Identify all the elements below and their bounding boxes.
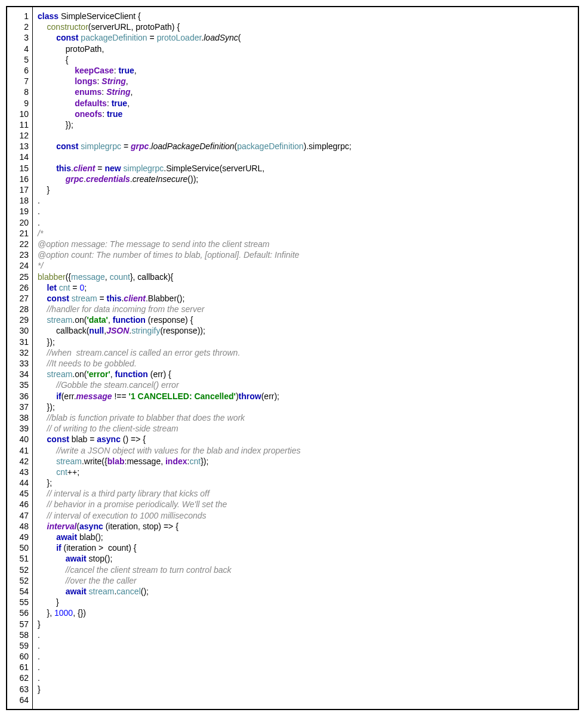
- line-number: 1: [7, 11, 29, 21]
- line-number: 42: [7, 456, 29, 467]
- code-line: //write a JSON object with values for th…: [38, 445, 573, 456]
- line-number: 52: [7, 575, 29, 586]
- line-number: 24: [7, 260, 29, 271]
- code-line: });: [38, 119, 573, 130]
- line-number: 18: [7, 195, 29, 206]
- code-line: /*: [38, 228, 573, 239]
- line-number: 55: [7, 597, 29, 607]
- line-number: 61: [7, 662, 29, 673]
- line-number: 47: [7, 510, 29, 521]
- code-line: .: [38, 630, 573, 640]
- code-line: keepCase: true,: [38, 65, 573, 76]
- code-line: .: [38, 206, 573, 217]
- line-number: 14: [7, 152, 29, 162]
- code-line: .: [38, 640, 573, 651]
- code-line: // behavior in a promise periodically. W…: [38, 499, 573, 510]
- line-number: 5: [7, 54, 29, 65]
- line-number: 17: [7, 184, 29, 195]
- code-line: [38, 695, 573, 705]
- line-number: 33: [7, 358, 29, 369]
- code-line: @option count: The number of times to bl…: [38, 249, 573, 260]
- line-number: 9: [7, 98, 29, 109]
- code-line: //cancel the client stream to turn contr…: [38, 564, 573, 575]
- code-line: //It needs to be gobbled.: [38, 358, 573, 369]
- code-line: .: [38, 651, 573, 662]
- line-number: 29: [7, 314, 29, 325]
- code-line: }: [38, 597, 573, 607]
- code-line: .: [38, 662, 573, 673]
- code-line: if (iteration > count) {: [38, 542, 573, 553]
- line-number: 7: [7, 76, 29, 87]
- line-number: 34: [7, 369, 29, 380]
- line-number: 27: [7, 293, 29, 304]
- line-number: 59: [7, 640, 29, 651]
- line-number: 20: [7, 217, 29, 228]
- line-number: 12: [7, 130, 29, 141]
- line-number: 26: [7, 282, 29, 293]
- line-number: 56: [7, 607, 29, 618]
- code-line: .: [38, 217, 573, 228]
- line-number: 54: [7, 586, 29, 597]
- line-number: 49: [7, 532, 29, 542]
- line-number: 35: [7, 380, 29, 390]
- code-line: // interval of execution to 1000 millise…: [38, 510, 573, 521]
- line-number: 38: [7, 412, 29, 423]
- code-line: await stream.cancel();: [38, 586, 573, 597]
- code-line: const simplegrpc = grpc.loadPackageDefin…: [38, 141, 573, 152]
- code-line: stream.on('data', function (response) {: [38, 314, 573, 325]
- line-number: 11: [7, 119, 29, 130]
- line-number: 31: [7, 337, 29, 347]
- line-number: 51: [7, 553, 29, 564]
- line-number: 2: [7, 21, 29, 32]
- code-line: longs: String,: [38, 76, 573, 87]
- code-line: //handler for data incoming from the ser…: [38, 304, 573, 314]
- line-number: 3: [7, 32, 29, 43]
- code-line: // of writing to the client-side stream: [38, 423, 573, 434]
- code-line: //when stream.cancel is called an error …: [38, 347, 573, 358]
- code-line: */: [38, 260, 573, 271]
- line-number: 63: [7, 684, 29, 695]
- code-line: callback(null,JSON.stringify(response));: [38, 325, 573, 336]
- line-number: 45: [7, 488, 29, 499]
- line-number: 58: [7, 630, 29, 640]
- code-line: [38, 152, 573, 162]
- line-number: 37: [7, 402, 29, 412]
- code-line: defaults: true,: [38, 98, 573, 109]
- line-number: 15: [7, 163, 29, 174]
- line-number: 60: [7, 651, 29, 662]
- code-line: stream.write({blab:message, index:cnt});: [38, 456, 573, 467]
- line-number: 19: [7, 206, 29, 217]
- line-number: 32: [7, 347, 29, 358]
- line-number: 46: [7, 499, 29, 510]
- code-line: let cnt = 0;: [38, 282, 573, 293]
- code-listing: 1234567891011121314151617181920212223242…: [6, 6, 579, 710]
- line-number: 23: [7, 249, 29, 260]
- line-number: 16: [7, 174, 29, 184]
- code-line: @option message: The message to send int…: [38, 239, 573, 249]
- code-line: });: [38, 337, 573, 347]
- code-body: class SimpleServiceClient { constructor(…: [33, 7, 578, 709]
- code-line: const packageDefinition = protoLoader.lo…: [38, 32, 573, 43]
- code-line: //over the the caller: [38, 575, 573, 586]
- code-line: }: [38, 184, 573, 195]
- code-line: const stream = this.client.Blabber();: [38, 293, 573, 304]
- code-line: [38, 130, 573, 141]
- line-number: 25: [7, 272, 29, 282]
- line-number: 40: [7, 434, 29, 445]
- code-line: }, 1000, {}): [38, 607, 573, 618]
- code-line: .: [38, 673, 573, 683]
- code-line: {: [38, 54, 573, 65]
- code-line: // interval is a third party library tha…: [38, 488, 573, 499]
- code-line: this.client = new simplegrpc.SimpleServi…: [38, 163, 573, 174]
- code-line: }: [38, 684, 573, 695]
- line-number: 39: [7, 423, 29, 434]
- code-line: class SimpleServiceClient {: [38, 11, 573, 21]
- line-number: 41: [7, 445, 29, 456]
- code-line: protoPath,: [38, 44, 573, 54]
- code-line: //blab is function private to blabber th…: [38, 412, 573, 423]
- line-number: 43: [7, 467, 29, 477]
- code-line: //Gobble the steam.cancel() error: [38, 380, 573, 390]
- line-number: 22: [7, 239, 29, 249]
- code-line: .: [38, 195, 573, 206]
- code-line: await stop();: [38, 553, 573, 564]
